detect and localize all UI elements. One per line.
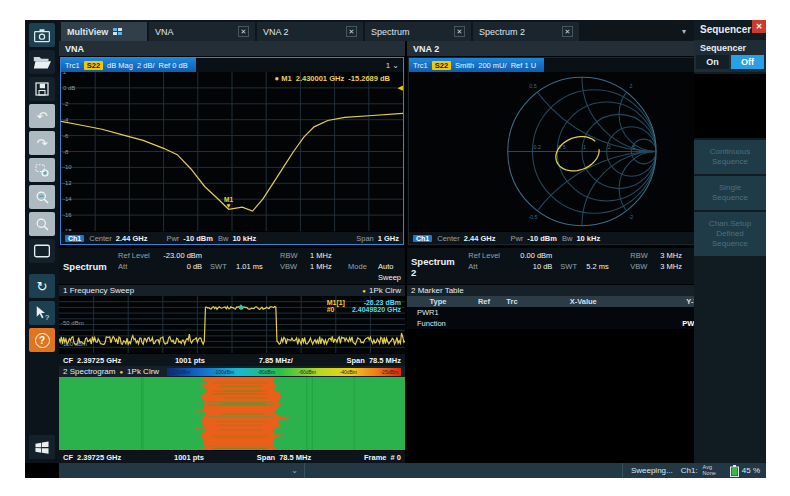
single-sequence-button[interactable]: Single Sequence <box>694 176 766 210</box>
trace-label: Trc1 <box>65 61 80 70</box>
save-icon[interactable] <box>29 77 55 101</box>
window-select[interactable]: 1⌄ <box>386 61 403 70</box>
spectrogram-window-title: 2 Spectrogram ● 1Pk Clrw -120dBm -100dBm… <box>59 366 405 377</box>
chevron-down-icon: ⌄ <box>392 61 399 70</box>
vbw-label: VBW <box>280 261 310 283</box>
tab-label: VNA <box>155 27 174 37</box>
chan-setup-defined-sequence-button[interactable]: Chan.Setup Defined Sequence <box>694 212 766 256</box>
channel-badge: Ch1 <box>65 235 84 242</box>
zoom-icon[interactable] <box>29 212 55 236</box>
screenshot-icon[interactable] <box>29 23 55 47</box>
tab-vna2[interactable]: VNA 2 ✕ <box>257 22 363 41</box>
instrument-app: ↶ ↷ ↻ ? ? MultiView <box>25 20 766 478</box>
continuous-sequence-button[interactable]: Continuous Sequence <box>694 140 766 174</box>
spectrogram-footer: CF2.39725 GHz 1001 pts Span78.5 MHz Fram… <box>59 450 405 463</box>
context-help-icon[interactable]: ? <box>29 301 55 325</box>
ref-level-value: 0.00 dBm <box>508 250 560 261</box>
spectrogram-chart[interactable] <box>59 377 405 450</box>
svg-text:-1: -1 <box>580 230 585 231</box>
rbw-label: RBW <box>630 250 660 261</box>
refresh-icon[interactable]: ↻ <box>29 274 55 298</box>
frame-icon[interactable] <box>29 239 55 263</box>
channel-status: Ch1: <box>681 466 698 475</box>
trace-legend: 1Pk Clrw <box>369 286 401 295</box>
status-dropdown[interactable]: ⌄ <box>59 463 305 478</box>
sweep-chart[interactable]: -50 dBm-100 dBm M1[1]-26.23 dBm #02.4049… <box>59 296 405 353</box>
swt-label: SWT <box>210 261 236 283</box>
trace-ref: Ref 0 dB <box>158 61 187 70</box>
sequencer-off-button[interactable]: Off <box>731 55 764 69</box>
rbw-value: 1 MHz <box>310 250 348 261</box>
open-icon[interactable] <box>29 50 55 74</box>
trace-scale: 200 mU/ <box>478 61 506 70</box>
tab-spectrum[interactable]: Spectrum ✕ <box>365 22 471 41</box>
trace-format: Smith <box>455 61 474 70</box>
ref-level-value: -23.00 dBm <box>158 250 210 261</box>
att-value: 0 dB <box>158 261 210 283</box>
trace-dot-icon: ● <box>119 369 123 375</box>
battery-icon <box>730 465 739 477</box>
trace-label: Trc1 <box>413 61 428 70</box>
sweep-status: Sweeping... <box>623 466 681 475</box>
sequencer-toggle-section: Sequencer On Off <box>694 40 766 72</box>
trace-scale: 2 dB/ <box>137 61 155 70</box>
tab-multiview[interactable]: MultiView <box>61 22 147 41</box>
ref-level-label: Ref Level <box>118 250 158 261</box>
svg-text:-2: -2 <box>629 214 634 220</box>
sequencer-on-button[interactable]: On <box>696 55 729 69</box>
zoom-out-icon[interactable] <box>29 185 55 209</box>
svg-text:0.5: 0.5 <box>529 83 536 89</box>
sequencer-label: Sequencer <box>696 42 764 55</box>
vna-chart[interactable]: 20 dB-2-4-6-8-10-12-14-16-18 ● M1 2.4300… <box>61 72 403 231</box>
tab-vna[interactable]: VNA ✕ <box>149 22 255 41</box>
rbw-label: RBW <box>280 250 310 261</box>
spectrogram-colorbar: -120dBm -100dBm -80dBm -60dBm -40dBm -25… <box>167 368 401 376</box>
marker-m1[interactable]: M1 ▼ <box>224 197 233 209</box>
swt-label: SWT <box>560 261 586 283</box>
sweep-window-title: 1 Frequency Sweep ●1Pk Clrw <box>59 285 405 296</box>
svg-text:-0.5: -0.5 <box>528 214 537 220</box>
undo-icon[interactable]: ↶ <box>29 104 55 128</box>
trace-format: dB Mag <box>107 61 133 70</box>
tab-label: VNA 2 <box>263 27 289 37</box>
tab-overflow-icon[interactable]: ▾ <box>677 27 691 36</box>
vna-panel-title: VNA <box>59 41 405 56</box>
close-icon[interactable]: ✕ <box>238 26 249 37</box>
channel-badge: Ch1 <box>413 235 432 242</box>
vna-quadrant: VNA Trc1 S22 dB Mag 2 dB/ Ref 0 dB <box>59 41 405 248</box>
windows-icon[interactable] <box>29 435 55 459</box>
vna-window[interactable]: Trc1 S22 dB Mag 2 dB/ Ref 0 dB 1⌄ <box>60 57 404 245</box>
close-icon[interactable]: ✕ <box>454 26 465 37</box>
sweep-footer: CF2.39725 GHz 1001 pts 7.85 MHz/ Span78.… <box>59 353 405 366</box>
sparam-chip[interactable]: S22 <box>432 61 451 70</box>
sparam-chip[interactable]: S22 <box>84 61 103 70</box>
svg-text:5: 5 <box>632 144 635 150</box>
att-value: 10 dB <box>508 261 560 283</box>
close-icon[interactable]: ✕ <box>346 26 357 37</box>
zoom-select-icon[interactable] <box>29 158 55 182</box>
svg-text:2: 2 <box>629 83 632 89</box>
close-icon[interactable]: ✕ <box>752 20 766 33</box>
spectrum2-title: Spectrum 2 <box>411 250 462 283</box>
chevron-down-icon: ⌄ <box>291 466 298 475</box>
trace-dot-icon: ● <box>362 288 366 294</box>
ref-level-label: Ref Level <box>468 250 508 261</box>
swt-value: 1.01 ms <box>236 261 280 283</box>
swt-value: 5.2 ms <box>586 261 630 283</box>
rbw-value: 3 MHz <box>660 250 698 261</box>
tab-spectrum2[interactable]: Spectrum 2 ✕ <box>473 22 579 41</box>
channel-tabbar: MultiView VNA ✕ VNA 2 ✕ Spectrum ✕ Spect… <box>59 20 694 41</box>
tab-label: Spectrum <box>371 27 410 37</box>
ref-level-arrow-icon: ◀ <box>398 84 403 92</box>
redo-icon[interactable]: ↷ <box>29 131 55 155</box>
help-icon[interactable]: ? <box>29 328 55 352</box>
svg-text:1: 1 <box>583 144 586 150</box>
trace-legend: 1Pk Clrw <box>127 367 159 376</box>
tab-label: Spectrum 2 <box>479 27 525 37</box>
battery-status: 45 % <box>730 465 760 477</box>
vna-tracebar: Trc1 S22 dB Mag 2 dB/ Ref 0 dB 1⌄ <box>61 58 403 72</box>
close-icon[interactable]: ✕ <box>562 26 573 37</box>
spectrum-title: Spectrum <box>63 250 112 283</box>
marker-arrow-icon: ▼ <box>224 203 233 209</box>
svg-text:?: ? <box>45 313 49 322</box>
